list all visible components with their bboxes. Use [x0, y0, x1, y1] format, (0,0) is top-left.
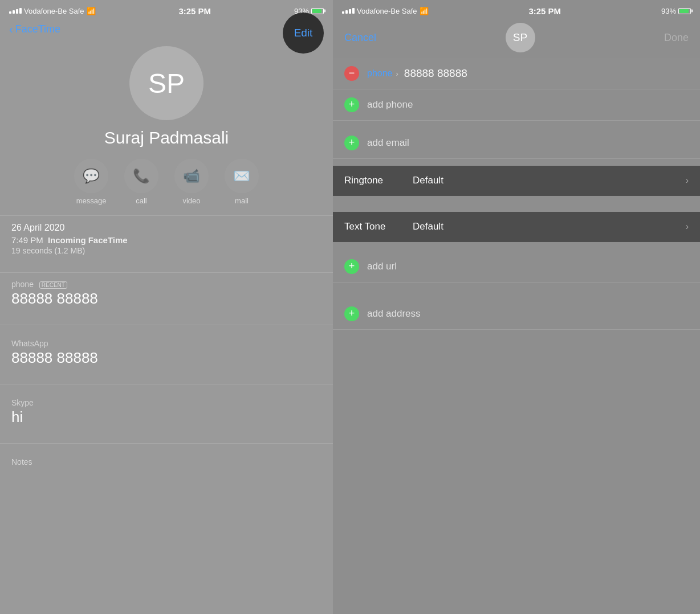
text-tone-row[interactable]: Text Tone Default ›	[333, 212, 700, 242]
add-phone-row: + add phone	[333, 89, 700, 121]
call-label: call	[136, 197, 147, 205]
right-panel: Vodafone-Be Safe 📶 3:25 PM 93% Cancel SP…	[333, 0, 700, 614]
add-phone-button[interactable]: +	[344, 97, 359, 112]
skype-value[interactable]: hi	[11, 408, 321, 426]
status-bar-left: Vodafone-Be Safe 📶 3:25 PM 93%	[0, 0, 333, 21]
text-tone-value: Default	[413, 221, 686, 232]
mail-circle: ✉️	[225, 159, 259, 193]
spacer-4	[333, 283, 700, 298]
add-email-label[interactable]: add email	[367, 137, 409, 149]
phone-row-content: phone › 88888 88888	[367, 67, 689, 80]
avatar-section: SP Suraj Padmasali	[0, 46, 333, 148]
recent-badge: RECENT	[39, 281, 67, 289]
status-right-right: 93%	[661, 7, 691, 15]
signal-icon	[9, 8, 22, 14]
spacer-3	[333, 242, 700, 251]
phone-number[interactable]: 88888 88888	[11, 290, 321, 308]
wifi-icon-right: 📶	[420, 7, 429, 15]
plus-icon-address: +	[349, 308, 355, 318]
contact-name: Suraj Padmasali	[104, 128, 229, 148]
avatar-initials: SP	[148, 68, 185, 99]
phone-section: phone RECENT 88888 88888	[0, 273, 333, 314]
phone-field-row: − phone › 88888 88888	[333, 58, 700, 89]
phone-field-value[interactable]: 88888 88888	[404, 67, 689, 80]
call-time-row: 7:49 PM Incoming FaceTime	[11, 235, 321, 245]
call-date: 26 April 2020	[11, 223, 321, 233]
whatsapp-label: WhatsApp	[11, 339, 321, 348]
phone-field-label: phone	[367, 68, 393, 79]
skype-label: Skype	[11, 398, 321, 407]
phone-label: phone RECENT	[11, 280, 321, 289]
message-circle: 💬	[74, 159, 108, 193]
nav-bar-right: Cancel SP Done	[333, 21, 700, 58]
avatar: SP	[129, 46, 204, 120]
add-url-label[interactable]: add url	[367, 261, 397, 272]
message-button[interactable]: 💬 message	[74, 159, 108, 205]
notes-section: Notes	[0, 444, 333, 473]
url-section: + add url	[333, 251, 700, 283]
add-address-row: + add address	[333, 298, 700, 330]
text-tone-section: Text Tone Default ›	[333, 212, 700, 242]
edit-button[interactable]: Edit	[283, 13, 324, 54]
wifi-icon: 📶	[87, 7, 96, 15]
back-chevron-icon: ‹	[9, 23, 13, 36]
back-label: FaceTime	[15, 23, 60, 35]
ringtone-value: Default	[413, 175, 686, 186]
skype-section: Skype hi	[0, 384, 333, 433]
ringtone-chevron-icon: ›	[686, 175, 689, 186]
add-url-button[interactable]: +	[344, 259, 359, 274]
minus-icon: −	[349, 68, 355, 78]
add-phone-label[interactable]: add phone	[367, 99, 413, 110]
time-label-right: 3:25 PM	[528, 6, 561, 16]
video-label: video	[182, 197, 200, 205]
back-button[interactable]: ‹ FaceTime	[9, 23, 60, 36]
remove-phone-button[interactable]: −	[344, 66, 359, 81]
battery-percent-right: 93%	[661, 7, 676, 15]
address-section: + add address	[333, 298, 700, 330]
action-row: 💬 message 📞 call 📹 video ✉️ mail	[0, 159, 333, 205]
form-section: − phone › 88888 88888 + add phone + add …	[333, 58, 700, 159]
done-button[interactable]: Done	[664, 32, 689, 44]
call-duration: 19 seconds (1.2 MB)	[11, 246, 321, 255]
status-left-right: Vodafone-Be Safe 📶	[342, 7, 429, 15]
ringtone-section: Ringtone Default ›	[333, 166, 700, 196]
mail-label: mail	[235, 197, 249, 205]
time-label-left: 3:25 PM	[178, 6, 211, 16]
message-icon: 💬	[83, 168, 100, 184]
whatsapp-section: WhatsApp 88888 88888	[0, 325, 333, 374]
nav-avatar: SP	[506, 23, 535, 52]
notes-label: Notes	[11, 457, 321, 466]
spacer-2	[333, 196, 700, 205]
ringtone-row[interactable]: Ringtone Default ›	[333, 166, 700, 196]
call-button[interactable]: 📞 call	[124, 159, 158, 205]
plus-icon-phone: +	[349, 99, 355, 109]
text-tone-chevron-icon: ›	[686, 222, 689, 232]
cancel-button[interactable]: Cancel	[344, 32, 376, 44]
plus-icon-email: +	[349, 137, 355, 148]
add-email-row: + add email	[333, 128, 700, 159]
battery-icon-left	[311, 8, 324, 14]
message-label: message	[76, 197, 107, 205]
whatsapp-number[interactable]: 88888 88888	[11, 349, 321, 367]
add-email-button[interactable]: +	[344, 136, 359, 150]
call-icon: 📞	[133, 168, 150, 184]
video-button[interactable]: 📹 video	[174, 159, 209, 205]
call-time: 7:49 PM	[11, 235, 43, 245]
status-left: Vodafone-Be Safe 📶	[9, 7, 96, 15]
mail-button[interactable]: ✉️ mail	[225, 159, 259, 205]
call-log-section: 26 April 2020 7:49 PM Incoming FaceTime …	[0, 216, 333, 262]
nav-bar-left: ‹ FaceTime Edit	[0, 21, 333, 40]
add-address-label[interactable]: add address	[367, 308, 421, 320]
add-url-row: + add url	[333, 251, 700, 283]
carrier-label-right: Vodafone-Be Safe	[357, 7, 417, 15]
add-address-button[interactable]: +	[344, 306, 359, 321]
mail-icon: ✉️	[233, 168, 250, 184]
signal-icon-right	[342, 8, 355, 14]
carrier-label: Vodafone-Be Safe	[24, 7, 84, 15]
call-type: Incoming FaceTime	[48, 235, 128, 245]
call-circle: 📞	[124, 159, 158, 193]
plus-icon-url: +	[349, 261, 355, 271]
spacer-1	[333, 121, 700, 128]
video-circle: 📹	[174, 159, 209, 193]
ringtone-label: Ringtone	[344, 175, 413, 186]
